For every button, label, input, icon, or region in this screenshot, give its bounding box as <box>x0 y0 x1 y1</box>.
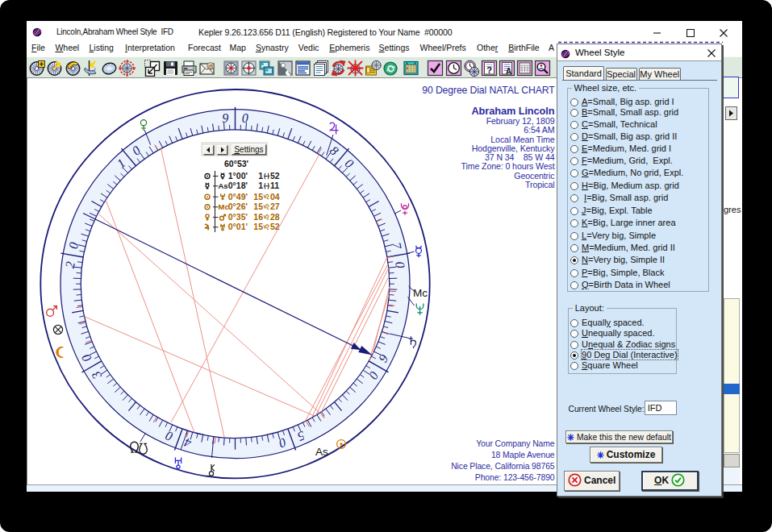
svg-text:@: @ <box>207 63 213 69</box>
svg-text:A: A <box>506 67 511 76</box>
svg-text:?: ? <box>486 64 492 74</box>
